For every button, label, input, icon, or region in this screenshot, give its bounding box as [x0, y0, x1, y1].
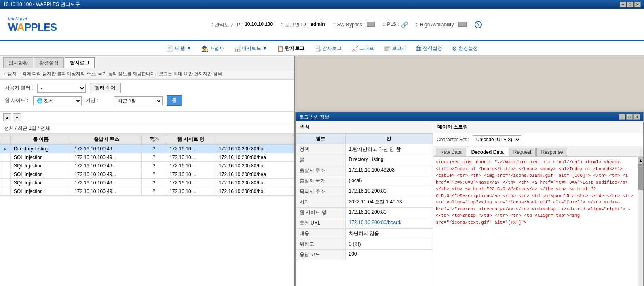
scrollbar-up[interactable]: ▲ [638, 157, 643, 165]
minimize-btn[interactable]: ─ [620, 2, 626, 7]
period-select[interactable]: 최근 1일 [114, 96, 163, 105]
nav-policy[interactable]: 🏛 정책설정 [412, 43, 446, 53]
prop-value: 2022-11-04 오전 1:40:13 [345, 197, 433, 208]
nav-report[interactable]: 📰 보고서 [380, 43, 410, 53]
nav-env[interactable]: ⚙ 환경설정 [448, 43, 482, 53]
col-header-rule [0, 134, 11, 145]
row-site2: 172.16.10.200:80/bo [215, 162, 294, 170]
header-info: :: 관리도구 IP : 10.10.10.100 :: 로그인 ID : ad… [57, 21, 636, 28]
pls-info: :: PLS : 🔗 [383, 21, 408, 28]
ha-indicator [458, 22, 467, 27]
id-value: admin [310, 21, 325, 28]
filter-area: 사용자 필터 : - 필터 삭제 웹 사이트 : 🌐 전체 기간 : 최근 1일… [0, 80, 294, 112]
ds-tab-request[interactable]: Request [509, 148, 536, 156]
pls-icon: 🔗 [401, 21, 408, 28]
env-icon: ⚙ [452, 45, 457, 52]
row-rule: SQL Injection [11, 170, 71, 179]
row-site: 172.16.10.... [166, 162, 215, 170]
row-src: 172.16.10.100:49... [71, 153, 142, 162]
ha-info: :: High Availability : [416, 22, 467, 28]
table-row[interactable]: SQL Injection 172.16.10.100:49... ? 172.… [0, 179, 294, 187]
row-site: 172.16.10.... [166, 179, 215, 187]
nav-new-tab[interactable]: 📄 새 탭 ▼ [162, 43, 196, 53]
table-row[interactable]: SQL Injection 172.16.10.100:49... ? 172.… [0, 153, 294, 162]
table-row[interactable]: SQL Injection 172.16.10.100:49... ? 172.… [0, 187, 294, 196]
prop-value: 172.16.10.200:80/board/ [345, 218, 433, 229]
props-row: 대응 차단하지 않음 [296, 229, 433, 239]
ip-label: :: 관리도구 IP : [211, 21, 243, 28]
prop-value: 172.16.10.200:80 [345, 186, 433, 197]
row-site2: 172.16.10.200:80/hea [215, 153, 294, 162]
row-country: ? [142, 170, 166, 179]
search-btn[interactable]: 룰 [167, 95, 182, 106]
close-btn[interactable]: ✕ [634, 2, 641, 7]
col-header-site: 웹 사이트 명 [166, 134, 215, 145]
nav-detection-log[interactable]: 📋 탐지로그 [273, 43, 308, 53]
help-icon[interactable]: ? [475, 21, 482, 28]
prop-field: 정책 [296, 144, 346, 155]
sort-up-btn[interactable]: ▲ [3, 113, 11, 121]
props-row: 웹 사이트 명 172.16.10.200:80 [296, 208, 433, 218]
prop-value: 0 (하) [345, 239, 433, 250]
props-row: 위험도 0 (하) [296, 239, 433, 250]
prop-field: 시각 [296, 197, 346, 208]
modal-min-btn[interactable]: ─ [619, 114, 625, 120]
user-filter-select[interactable]: - [37, 84, 86, 93]
scrollbar-thumb[interactable] [638, 165, 643, 190]
row-country: ? [142, 162, 166, 170]
logo-intelligent: Intelligent [8, 16, 57, 21]
props-table: 필드 값 정책 1.탐지만하고 차단 안 함 룰 Directory Listi… [296, 133, 433, 260]
ha-label: :: High Availability : [416, 22, 457, 28]
modal-max-btn[interactable]: □ [626, 114, 633, 120]
nav-wizard[interactable]: 🧙 마법사 [197, 43, 228, 53]
props-row: 요청 URL 172.16.10.200:80/board/ [296, 218, 433, 229]
properties-header: 속성 [296, 121, 433, 133]
ds-tabs: Raw Data Decoded Data Request Response [433, 146, 643, 157]
content-area: 탐지현황 환경설정 탐지로그 :: 탐지 규칙에 따라 탐지한 룰과 대상자의 … [0, 56, 644, 286]
ds-header: 데이터 스트림 [433, 121, 643, 133]
prop-field: 요청 URL [296, 218, 346, 229]
nav-graph[interactable]: 📈 그래프 [347, 43, 378, 53]
url-link[interactable]: 172.16.10.200:80/board/ [349, 220, 402, 225]
filter-delete-btn[interactable]: 필터 삭제 [90, 83, 121, 93]
nav-audit-log[interactable]: 📑 감사로그 [310, 43, 346, 53]
website-select[interactable]: 🌐 전체 [33, 96, 82, 105]
row-src: 172.16.10.100:49... [71, 170, 142, 179]
modal-close-btn[interactable]: ✕ [633, 114, 640, 120]
prop-value: 1.탐지만하고 차단 안 함 [345, 144, 433, 155]
policy-icon: 🏛 [416, 45, 422, 52]
sort-down-btn[interactable]: ▼ [13, 113, 21, 121]
tab-detection-log[interactable]: 탐지로그 [65, 57, 95, 68]
row-site: 172.16.10.... [166, 187, 215, 196]
ds-charset-select[interactable]: Unicode (UTF-8) [473, 135, 521, 144]
tab-detection-status[interactable]: 탐지현황 [3, 57, 33, 68]
ds-scrollbar[interactable]: ▲ ▼ [638, 157, 643, 286]
table-row[interactable]: SQL Injection 172.16.10.100:49... ? 172.… [0, 162, 294, 170]
ds-tab-raw[interactable]: Raw Data [436, 148, 466, 156]
col-header-country: 국가 [142, 134, 166, 145]
prop-field: 웹 사이트 명 [296, 208, 346, 218]
row-src: 172.16.10.100:49... [71, 179, 142, 187]
maximize-btn[interactable]: □ [627, 2, 633, 7]
user-filter-label: 사용자 필터 : [5, 85, 33, 91]
logo-wapples: WAPPLES [8, 21, 57, 34]
tab-env-settings[interactable]: 환경설정 [34, 57, 64, 68]
table-row[interactable]: SQL Injection 172.16.10.100:49... ? 172.… [0, 170, 294, 179]
pls-label: :: PLS : [383, 21, 399, 28]
row-rule: SQL Injection [11, 187, 71, 196]
row-indicator [0, 187, 11, 196]
props-row: 응답 코드 200 [296, 250, 433, 260]
ds-tab-response[interactable]: Response [536, 148, 567, 156]
row-rule: SQL Injection [11, 162, 71, 170]
nav-dashboard[interactable]: 📊 대시보드 ▼ [230, 43, 271, 53]
row-indicator [0, 162, 11, 170]
ds-content: <!DOCTYPE HTML PUBLIC "-//W3C//DTD HTML … [433, 157, 638, 286]
log-table: 룰 이름 출발지 주소 국가 웹 사이트 명 ▶ Directory Listi… [0, 134, 294, 196]
nav-bar: 📄 새 탭 ▼ 🧙 마법사 📊 대시보드 ▼ 📋 탐지로그 📑 감사로그 📈 그… [0, 41, 644, 56]
ds-tab-decoded[interactable]: Decoded Data [467, 148, 508, 156]
help-btn[interactable]: ? [475, 21, 482, 28]
header-bar: Intelligent WAPPLES :: 관리도구 IP : 10.10.1… [0, 9, 644, 41]
log-table-container: 룰 이름 출발지 주소 국가 웹 사이트 명 ▶ Directory Listi… [0, 134, 294, 286]
row-site: 172.16.10.... [166, 153, 215, 162]
table-row[interactable]: ▶ Directory Listing 172.16.10.100:49... … [0, 145, 294, 153]
